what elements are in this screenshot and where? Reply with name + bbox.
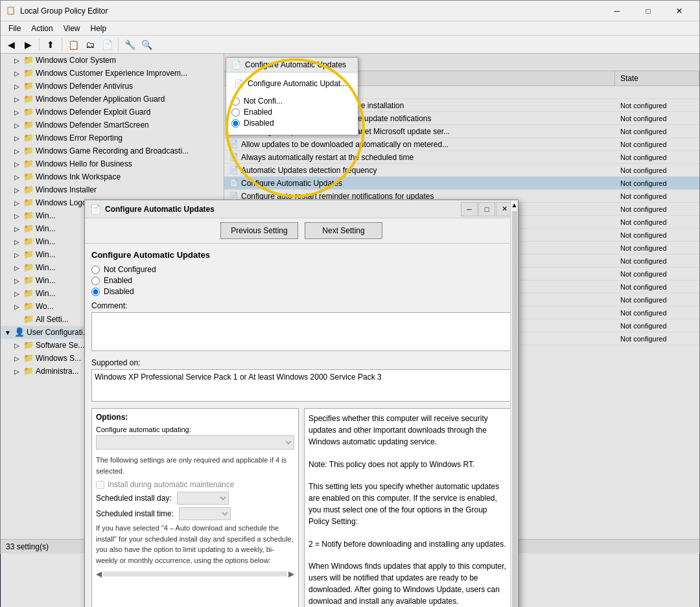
dialog-title-text: Configure Automatic Updates xyxy=(105,205,461,214)
scroll-left-btn[interactable]: ◀ xyxy=(96,569,102,578)
toolbar-sep-3 xyxy=(118,38,119,51)
help-text-2: Note: This policy does not apply to Wind… xyxy=(309,459,507,470)
menu-file[interactable]: File xyxy=(3,23,26,34)
radio-not-configured-input[interactable] xyxy=(231,97,240,106)
popup-title-text: Configure Automatic Updates xyxy=(245,60,346,69)
toolbar-up[interactable]: ⬆ xyxy=(43,37,58,52)
menu-bar: File Action View Help xyxy=(1,21,699,36)
menu-help[interactable]: Help xyxy=(86,23,112,34)
dialog-icon: 📄 xyxy=(90,204,101,214)
options-title: Options: xyxy=(96,413,294,422)
scroll-right-btn[interactable]: ▶ xyxy=(288,569,294,578)
scroll-indicator: ◀ ▶ xyxy=(96,569,294,578)
radio-not-conf: Not Confi... xyxy=(231,97,353,106)
configure-dropdown-area: Configure automatic updating: xyxy=(96,426,294,450)
options-para-2: If you have selected "4 – Auto download … xyxy=(96,523,294,566)
radio-disabled-input[interactable] xyxy=(231,119,240,128)
supported-label: Supported on: xyxy=(91,358,511,367)
radio-enabled: Enabled xyxy=(231,108,353,117)
scheduled-day-row: Scheduled install day: xyxy=(96,492,294,505)
popup-item-label: Configure Automatic Updat... xyxy=(248,79,347,88)
supported-box: Windows XP Professional Service Pack 1 o… xyxy=(91,369,511,402)
options-para-1: The following settings are only required… xyxy=(96,455,294,476)
toolbar-forward[interactable]: ▶ xyxy=(20,37,36,52)
toolbar-folder[interactable]: 🗂 xyxy=(82,37,98,52)
help-scrollbar[interactable]: ▲ ▼ xyxy=(510,408,511,607)
toolbar-page[interactable]: 📄 xyxy=(99,37,115,52)
setting-radio-group: Not Configured Enabled Disabled xyxy=(91,265,511,296)
radio-not-configured-label: Not Configured xyxy=(104,265,156,274)
help-text-1: Specifies whether this computer will rec… xyxy=(309,413,507,448)
help-column: Specifies whether this computer will rec… xyxy=(304,408,511,607)
radio-enabled-input[interactable] xyxy=(231,108,240,117)
toolbar-search[interactable]: 🔍 xyxy=(139,37,154,52)
toolbar-back[interactable]: ◀ xyxy=(3,37,19,52)
title-bar: 📋 Local Group Policy Editor ─ □ ✕ xyxy=(1,1,699,21)
dialog-content: Configure Automatic Updates Not Configur… xyxy=(85,244,518,607)
scheduled-day-select[interactable] xyxy=(177,492,229,505)
supported-value: Windows XP Professional Service Pack 1 o… xyxy=(95,372,382,382)
comment-section: Comment: xyxy=(91,301,511,353)
dialog-title-controls: ─ □ ✕ xyxy=(461,202,513,216)
configure-dropdown[interactable] xyxy=(96,435,294,450)
main-radio-not-configured[interactable] xyxy=(91,266,100,274)
menu-view[interactable]: View xyxy=(58,23,86,34)
window-title: Local Group Policy Editor xyxy=(20,6,602,16)
app-icon: 📋 xyxy=(6,6,16,16)
dialog-maximize-btn[interactable]: □ xyxy=(478,202,495,216)
popup-small-title: 📄 Configure Automatic Updates xyxy=(226,58,358,73)
scheduled-time-label: Scheduled install time: xyxy=(96,509,174,518)
checkbox-maintenance-row: Install during automatic maintenance xyxy=(96,480,294,489)
toolbar-settings[interactable]: 🔧 xyxy=(122,37,137,52)
popup-icon: 📄 xyxy=(231,60,241,69)
configure-label: Configure automatic updating: xyxy=(96,426,294,433)
comment-textarea[interactable] xyxy=(91,312,511,351)
help-text-4: 2 = Notify before downloading and instal… xyxy=(309,538,507,550)
menu-action[interactable]: Action xyxy=(26,23,58,34)
popup-item-icon: 📄 xyxy=(234,79,244,88)
app-wrapper: 📋 Local Group Policy Editor ─ □ ✕ File A… xyxy=(0,0,700,607)
radio-label: Enabled xyxy=(244,108,272,117)
toolbar-sep-2 xyxy=(62,38,62,51)
maximize-button[interactable]: □ xyxy=(633,1,663,21)
radio-disabled-label: Disabled xyxy=(104,287,134,296)
scheduled-time-select[interactable] xyxy=(179,507,231,520)
main-radio-enabled[interactable] xyxy=(91,277,100,285)
nav-buttons-area: Previous Setting Next Setting xyxy=(85,218,518,244)
toolbar-show-hide[interactable]: 📋 xyxy=(65,37,81,52)
main-radio-disabled[interactable] xyxy=(91,288,100,296)
scheduled-time-row: Scheduled install time: xyxy=(96,507,294,520)
close-button[interactable]: ✕ xyxy=(664,1,694,21)
toolbar-sep-1 xyxy=(39,38,40,51)
radio-enabled-row: Enabled xyxy=(91,276,511,285)
comment-label: Comment: xyxy=(91,301,511,310)
popup-item-1[interactable]: 📄 Configure Automatic Updat... xyxy=(231,78,353,89)
radio-disabled-row: Disabled xyxy=(91,287,511,296)
maintenance-checkbox[interactable] xyxy=(96,481,104,489)
options-help-area: Options: Configure automatic updating: T… xyxy=(91,408,511,607)
dialog-title-bar: 📄 Configure Automatic Updates ─ □ ✕ xyxy=(85,200,518,218)
configure-automatic-updates-dialog: 📄 Configure Automatic Updates ─ □ ✕ Prev… xyxy=(84,200,519,607)
minimize-button[interactable]: ─ xyxy=(602,1,632,21)
scheduled-day-label: Scheduled install day: xyxy=(96,494,172,503)
radio-label: Not Confi... xyxy=(244,97,283,106)
dialog-minimize-btn[interactable]: ─ xyxy=(461,202,478,216)
popup-small-content: 📄 Configure Automatic Updat... Not Confi… xyxy=(226,73,358,135)
radio-label: Disabled xyxy=(244,119,274,128)
maintenance-label: Install during automatic maintenance xyxy=(108,480,234,489)
help-text-3: This setting lets you specify whether au… xyxy=(309,481,507,527)
radio-not-configured-row: Not Configured xyxy=(91,265,511,274)
help-text-5: When Windows finds updates that apply to… xyxy=(309,560,507,607)
dialog-subtitle: Configure Automatic Updates xyxy=(91,250,511,260)
previous-setting-button[interactable]: Previous Setting xyxy=(220,222,298,239)
toolbar: ◀ ▶ ⬆ 📋 🗂 📄 🔧 🔍 xyxy=(1,36,699,54)
title-bar-controls: ─ □ ✕ xyxy=(602,1,694,21)
supported-section: Supported on: Windows XP Professional Se… xyxy=(91,358,511,402)
options-column: Options: Configure automatic updating: T… xyxy=(91,408,299,607)
radio-enabled-label: Enabled xyxy=(104,276,132,285)
configure-popup-small: 📄 Configure Automatic Updates 📄 Configur… xyxy=(226,57,358,135)
next-setting-button[interactable]: Next Setting xyxy=(305,222,382,239)
radio-disabled: Disabled xyxy=(231,119,353,128)
